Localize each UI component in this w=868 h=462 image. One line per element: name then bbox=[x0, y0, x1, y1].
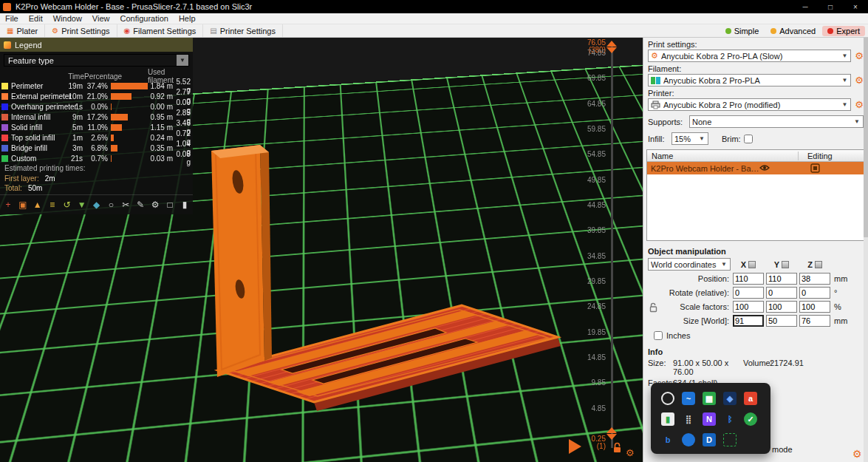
printer-select[interactable]: Anycubic Kobra 2 Pro (modified) ▼ bbox=[648, 98, 851, 111]
object-row[interactable]: K2Pro Webcam Holder - Base.stl bbox=[647, 162, 864, 174]
feature-label: Solid infill bbox=[9, 123, 65, 132]
toolbar-icon[interactable]: ◆ bbox=[92, 198, 102, 211]
scale-y-input[interactable] bbox=[766, 301, 797, 313]
toolbar-icon[interactable]: □ bbox=[165, 198, 175, 211]
position-y-input[interactable] bbox=[766, 273, 797, 285]
feature-label: External perimeter bbox=[9, 92, 65, 101]
tray-icon[interactable]: ▦ bbox=[703, 392, 716, 405]
tray-icon[interactable]: N bbox=[703, 412, 716, 426]
edit-gcode-icon[interactable] bbox=[810, 163, 820, 173]
tray-icon[interactable]: ◆ bbox=[723, 392, 737, 405]
layer-slider-track[interactable] bbox=[611, 45, 613, 448]
axis-y-header: Y bbox=[766, 260, 797, 269]
uniform-scale-lock-icon[interactable] bbox=[649, 302, 657, 313]
tray-icon[interactable]: ~ bbox=[682, 392, 695, 405]
layer-slider-bottom-handle-up[interactable] bbox=[606, 427, 617, 433]
scale-x-input[interactable] bbox=[733, 301, 764, 313]
tab[interactable]: ▤ Printer Settings bbox=[203, 24, 283, 37]
toolbar-icon[interactable]: + bbox=[3, 198, 13, 211]
tray-icon[interactable]: ✓ bbox=[744, 412, 757, 426]
toolbar-icon[interactable]: ▲ bbox=[33, 198, 43, 211]
layer-tick: 4.85 bbox=[592, 404, 606, 412]
tray-icon[interactable]: ᛒ bbox=[723, 412, 737, 426]
feature-time: 3m bbox=[65, 144, 84, 152]
printer-gear-icon[interactable]: ⚙ bbox=[855, 100, 864, 109]
layer-slider-top-handle-down[interactable] bbox=[606, 47, 617, 53]
position-z-input[interactable] bbox=[799, 273, 830, 285]
sidebar-scrollbar-thumb[interactable] bbox=[864, 38, 868, 237]
3d-viewport[interactable]: Legend Feature type ▼ Time Percentage Us… bbox=[0, 38, 643, 462]
filament-gear-icon[interactable]: ⚙ bbox=[855, 75, 864, 85]
toolbar-icon[interactable]: ↺ bbox=[62, 198, 72, 211]
settings-gear-icon[interactable]: ⚙ bbox=[852, 449, 862, 459]
tray-icon[interactable]: D bbox=[703, 433, 716, 446]
layer-tick: 9.85 bbox=[592, 378, 606, 387]
move-slider-handle[interactable] bbox=[569, 439, 581, 454]
layer-slider-top-handle[interactable] bbox=[606, 41, 617, 47]
size-x-input[interactable] bbox=[733, 315, 764, 327]
feature-label: Overhang perimeter bbox=[9, 103, 65, 111]
size-label: Size [World]: bbox=[648, 316, 731, 325]
layer-tick-labels: 74.8569.8564.8559.8554.8549.8544.8539.85… bbox=[575, 49, 606, 412]
view-cube[interactable] bbox=[1, 374, 36, 412]
menu-item[interactable]: Help bbox=[174, 14, 201, 23]
mode-button[interactable]: Advanced bbox=[765, 26, 821, 36]
size-y-input[interactable] bbox=[766, 315, 797, 327]
tray-icon[interactable] bbox=[682, 433, 695, 446]
size-z-input[interactable] bbox=[799, 315, 830, 327]
slider-gear-icon[interactable]: ⚙ bbox=[626, 448, 635, 458]
layers-view-icon[interactable] bbox=[40, 378, 71, 411]
tray-icon[interactable] bbox=[661, 392, 674, 405]
tab[interactable]: ◉ Filament Settings bbox=[117, 24, 204, 37]
layer-tick: 19.85 bbox=[587, 328, 606, 336]
tray-icon[interactable]: a bbox=[744, 392, 757, 405]
filament-select[interactable]: Anycubic Kobra 2 Pro-PLA ▼ bbox=[648, 74, 851, 86]
inches-checkbox[interactable] bbox=[654, 331, 663, 340]
tray-icon[interactable]: b bbox=[661, 433, 674, 446]
move-slider-track[interactable] bbox=[0, 444, 569, 449]
close-button[interactable]: × bbox=[843, 0, 868, 13]
layer-slider-bottom-handle[interactable] bbox=[606, 434, 617, 440]
feature-label: Perimeter bbox=[9, 82, 65, 90]
infill-select[interactable]: 15% ▼ bbox=[671, 132, 708, 145]
supports-select[interactable]: None ▼ bbox=[689, 115, 864, 128]
toolbar-icon[interactable]: ○ bbox=[106, 198, 116, 211]
tray-icon[interactable] bbox=[723, 433, 737, 446]
toolbar-icon[interactable]: ⚙ bbox=[150, 198, 160, 211]
menu-item[interactable]: View bbox=[87, 14, 115, 23]
layer-tick: 29.85 bbox=[587, 277, 606, 285]
tab[interactable]: ▦ Plater bbox=[0, 24, 45, 37]
toolbar-icon[interactable]: ▮ bbox=[180, 198, 190, 211]
feature-bar bbox=[109, 103, 148, 110]
tray-icon[interactable]: ▮ bbox=[661, 412, 674, 426]
rotate-z-input[interactable] bbox=[799, 287, 830, 299]
menu-item[interactable]: Configuration bbox=[115, 14, 173, 23]
tray-icon[interactable]: ⣿ bbox=[682, 412, 695, 426]
minimize-button[interactable]: ─ bbox=[793, 0, 818, 13]
scale-z-input[interactable] bbox=[799, 301, 830, 313]
rotate-y-input[interactable] bbox=[766, 287, 797, 299]
toolbar-icon[interactable]: ▣ bbox=[18, 198, 28, 211]
rotate-x-input[interactable] bbox=[733, 287, 764, 299]
mode-button[interactable]: Simple bbox=[720, 26, 765, 36]
eye-icon[interactable] bbox=[759, 164, 770, 171]
mode-button[interactable]: Expert bbox=[822, 26, 865, 36]
feature-type-select[interactable]: Feature type ▼ bbox=[4, 54, 189, 67]
slider-lock-icon[interactable] bbox=[612, 442, 622, 453]
toolbar-icon[interactable]: ✂ bbox=[120, 198, 131, 211]
sidebar-scrollbar[interactable] bbox=[864, 38, 868, 462]
mode-label: Expert bbox=[836, 27, 860, 35]
toolbar-icon[interactable]: ≡ bbox=[47, 198, 58, 211]
menu-item[interactable]: Edit bbox=[24, 14, 48, 23]
tab[interactable]: ⚙ Print Settings bbox=[45, 24, 117, 37]
maximize-button[interactable]: □ bbox=[818, 0, 843, 13]
print-settings-select[interactable]: ⚙ Anycubic Kobra 2 Pro-PLA (Slow) ▼ bbox=[648, 50, 851, 62]
toolbar-icon[interactable]: ▼ bbox=[77, 198, 87, 211]
toolbar-icon[interactable]: ✎ bbox=[135, 198, 146, 211]
print-settings-gear-icon[interactable]: ⚙ bbox=[855, 51, 864, 61]
menu-item[interactable]: File bbox=[0, 14, 24, 23]
menu-item[interactable]: Window bbox=[48, 14, 87, 23]
coordinates-select[interactable]: World coordinates ▼ bbox=[648, 258, 731, 271]
brim-checkbox[interactable] bbox=[744, 135, 753, 143]
position-x-input[interactable] bbox=[733, 273, 764, 285]
